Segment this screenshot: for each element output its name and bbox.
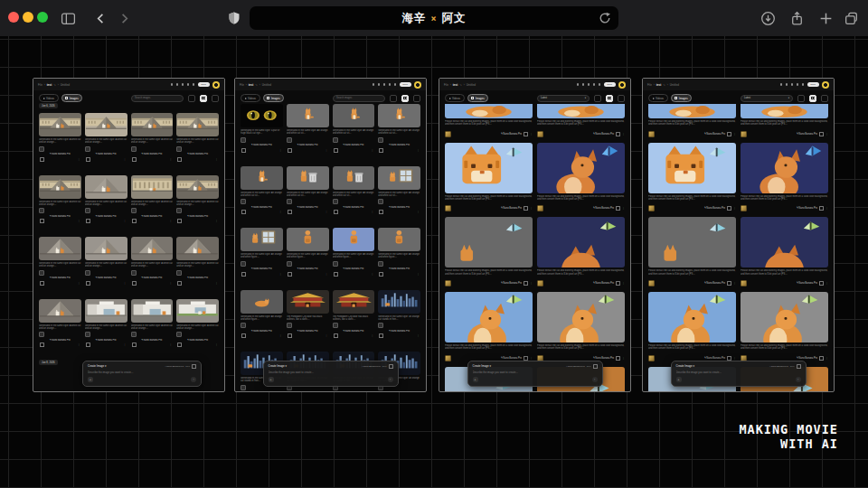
image-card[interactable]: Please extract the cat and butterfly ima…: [537, 104, 625, 137]
source-thumbnail[interactable]: [445, 355, 451, 361]
more-options-icon[interactable]: ⋮: [326, 211, 328, 213]
image-count-icon[interactable]: [177, 343, 182, 347]
breadcrumb-project-name[interactable]: test: [656, 83, 661, 87]
image-card[interactable]: Generated in the same style: A white cat…: [39, 175, 81, 224]
aspect-ratio-label[interactable]: 16:9: [587, 365, 591, 368]
image-count-icon[interactable]: [379, 210, 383, 214]
mini-toolbar-icon[interactable]: [593, 83, 595, 85]
frame-icon[interactable]: [593, 364, 598, 369]
image-card[interactable]: Generated in the same style: A white cat…: [39, 113, 81, 162]
share-button[interactable]: [788, 10, 805, 26]
image-count-icon[interactable]: [241, 210, 246, 214]
source-thumbnail[interactable]: [176, 208, 182, 213]
aspect-ratio-label[interactable]: 16:9: [185, 365, 190, 368]
more-options-icon[interactable]: ⋮: [826, 207, 828, 210]
image-card[interactable]: Please extract the cat and butterfly ima…: [445, 292, 533, 361]
mini-toolbar-icon[interactable]: [193, 83, 194, 85]
image-card[interactable]: The Forbidden City door has black outlin…: [333, 290, 375, 339]
address-bar[interactable]: 海辛 × 阿文: [250, 6, 618, 30]
image-card[interactable]: Please extract the cat and butterfly ima…: [741, 143, 828, 212]
sort-dropdown[interactable]: Latest▾: [741, 95, 793, 102]
image-count-icon[interactable]: [132, 157, 137, 162]
source-thumbnail[interactable]: [378, 261, 383, 267]
image-count-icon[interactable]: [727, 132, 731, 136]
credits-pill[interactable]: 1000: [604, 82, 616, 88]
more-options-icon[interactable]: ⋮: [169, 158, 172, 161]
tab-videos[interactable]: Videos: [39, 94, 59, 102]
more-options-icon[interactable]: ⋮: [826, 133, 828, 136]
source-thumbnail[interactable]: [648, 205, 655, 211]
image-count-icon[interactable]: [524, 281, 528, 286]
more-options-icon[interactable]: ⋮: [733, 207, 736, 210]
image-card[interactable]: Generated in the same style: A white cat…: [131, 175, 174, 224]
image-card[interactable]: Please extract the cat and butterfly ima…: [648, 292, 736, 361]
sort-dropdown[interactable]: Latest▾: [537, 95, 590, 102]
add-attachment-button[interactable]: +: [269, 377, 274, 382]
more-options-icon[interactable]: ⋮: [371, 273, 373, 276]
source-thumbnail[interactable]: [131, 332, 137, 337]
more-options-icon[interactable]: ⋮: [326, 273, 328, 276]
mini-toolbar-icon[interactable]: [577, 83, 579, 85]
image-count-icon[interactable]: [241, 272, 246, 277]
image-card[interactable]: Please extract the cat and butterfly ima…: [741, 104, 828, 137]
app-panel-butterfly-gallery-1[interactable]: File›test✎›Untitled1000VideosImagesLates…: [439, 78, 631, 392]
mini-toolbar-icon[interactable]: [394, 83, 396, 85]
add-attachment-button[interactable]: +: [88, 377, 93, 382]
frame-icon[interactable]: [797, 364, 801, 369]
source-thumbnail[interactable]: [333, 137, 338, 143]
image-card[interactable]: Generated in the same style: An orange a…: [333, 228, 375, 277]
mini-toolbar-icon[interactable]: [182, 83, 184, 85]
breadcrumb-path[interactable]: Untitled: [670, 83, 679, 87]
more-options-icon[interactable]: ⋮: [279, 211, 282, 213]
mini-toolbar-icon[interactable]: [599, 83, 600, 85]
view-options-button[interactable]: [212, 95, 219, 102]
image-card[interactable]: Please extract the cat and butterfly ima…: [445, 104, 533, 137]
image-card[interactable]: Generated in the same style: A white cat…: [39, 299, 81, 348]
avatar[interactable]: [414, 81, 421, 89]
image-count-icon[interactable]: [40, 343, 44, 347]
more-options-icon[interactable]: ⋮: [530, 357, 533, 360]
breadcrumb-path[interactable]: Untitled: [61, 83, 70, 87]
source-thumbnail[interactable]: [648, 280, 655, 286]
more-options-icon[interactable]: ⋮: [371, 334, 373, 337]
edit-icon[interactable]: ✎: [53, 83, 56, 87]
breadcrumb-path[interactable]: Untitled: [262, 83, 271, 87]
image-count-icon[interactable]: [334, 148, 338, 153]
maximize-window-button[interactable]: [37, 12, 48, 23]
image-card[interactable]: Please extract the cat and butterfly ima…: [537, 143, 625, 212]
image-count-icon[interactable]: [819, 132, 824, 136]
source-thumbnail[interactable]: [39, 332, 44, 337]
view-list-button[interactable]: [390, 95, 397, 102]
add-attachment-button[interactable]: +: [676, 377, 682, 382]
image-count-icon[interactable]: [86, 281, 90, 286]
prompt-composer[interactable]: Create Image ▾ϟ Nano Banana Pro16:9Descr…: [467, 361, 603, 388]
mini-toolbar-icon[interactable]: [797, 83, 798, 85]
prompt-input[interactable]: Describe the image you want to create…: [88, 371, 196, 374]
prompt-input[interactable]: Describe the image you want to create…: [269, 371, 393, 374]
source-thumbnail[interactable]: [39, 208, 44, 213]
source-thumbnail[interactable]: [445, 131, 451, 137]
image-card[interactable]: Generated in the same style: An orange a…: [333, 166, 375, 215]
create-image-dropdown[interactable]: Create Image ▾: [473, 364, 492, 368]
image-card[interactable]: Generated in the same style: A white cat…: [131, 237, 174, 286]
breadcrumb-file[interactable]: File: [38, 83, 42, 87]
more-options-icon[interactable]: ⋮: [169, 282, 172, 285]
image-count-icon[interactable]: [819, 281, 824, 286]
prompt-composer[interactable]: Create Image ▾ϟ Nano Banana Pro16:9Descr…: [82, 361, 202, 388]
image-card[interactable]: Generated in the same style: A white cat…: [85, 237, 127, 286]
image-count-icon[interactable]: [727, 206, 731, 211]
breadcrumb-file[interactable]: File: [444, 83, 448, 87]
image-count-icon[interactable]: [524, 132, 528, 136]
image-card[interactable]: Generated in the same style: A white cat…: [85, 175, 127, 224]
source-thumbnail[interactable]: [333, 199, 338, 204]
app-panel-cat-gallery[interactable]: File›test✎›Untitled1000VideosImagesSearc…: [234, 78, 427, 392]
edit-icon[interactable]: ✎: [255, 83, 258, 87]
image-count-icon[interactable]: [132, 343, 137, 347]
image-card[interactable]: Please extract the cat and butterfly ima…: [537, 292, 625, 361]
image-card[interactable]: Please extract the cat and butterfly ima…: [648, 217, 736, 286]
image-count-icon[interactable]: [86, 343, 90, 347]
app-panel-louvre-gallery[interactable]: File›test✎›Untitled1000VideosImagesSearc…: [33, 78, 225, 392]
image-count-icon[interactable]: [616, 356, 620, 361]
image-card[interactable]: Please extract the cat and butterfly ima…: [537, 217, 625, 286]
add-attachment-button[interactable]: +: [473, 377, 478, 382]
